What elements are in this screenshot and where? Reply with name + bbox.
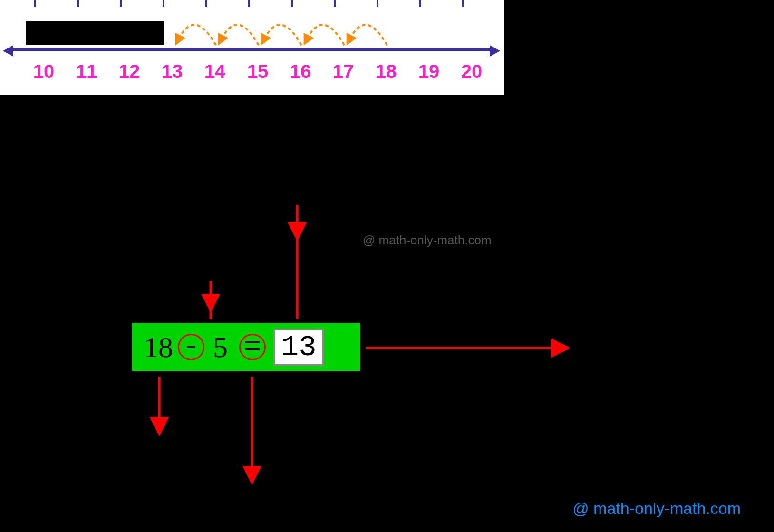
num-label: 20 [461,61,483,82]
num-label: 17 [333,61,354,82]
label-difference: DIFFERENCE [567,336,713,362]
minus-operator-circle: - [178,334,204,360]
num-label: 14 [204,61,226,82]
number-line-panel: 10 11 12 13 14 15 16 17 18 19 20 [0,0,504,95]
num-label: 16 [290,61,311,82]
credit-main: @ math-only-math.com [572,499,741,518]
num-label: 13 [162,61,183,82]
credit-small: @ math-only-math.com [363,233,492,248]
label-equals-to: EQUALS TO [240,180,373,206]
minus-sign: - [182,330,200,364]
num-label: 15 [247,61,269,82]
label-subtrahend: SUBTRAHEND [195,480,355,506]
num-label: 18 [376,61,397,82]
subtrahend: 5 [213,330,228,364]
minuend: 18 [144,330,173,364]
jump-arcs [0,0,504,57]
equation-box: 18 - 5 = 13 [132,323,360,371]
label-minuend: MINUEND [112,432,218,458]
equals-operator-circle: = [239,334,266,360]
equals-sign: = [243,330,261,364]
num-label: 10 [33,61,55,82]
difference-result: 13 [273,329,324,366]
num-label: 12 [119,61,140,82]
num-label: 11 [76,61,97,82]
label-minus: MINUS [176,255,250,281]
num-label: 19 [418,61,440,82]
